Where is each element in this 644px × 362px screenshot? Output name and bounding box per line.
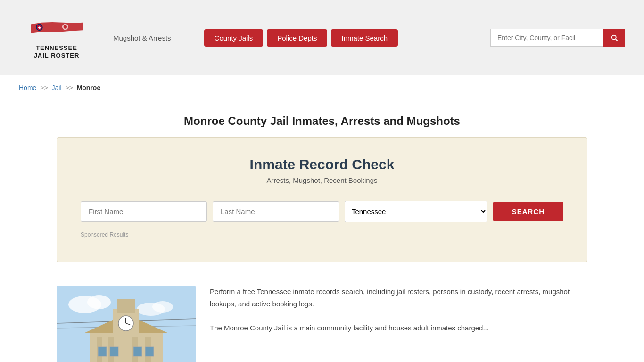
- header-search-button[interactable]: [603, 29, 625, 47]
- main-nav: County Jails Police Depts Inmate Search: [204, 29, 398, 47]
- svg-point-9: [152, 301, 173, 313]
- inmate-search-button[interactable]: Inmate Search: [331, 29, 398, 47]
- header: ★ TENNESSEE JAIL ROSTER Mugshot & Arrest…: [0, 0, 644, 75]
- header-search-area: [490, 29, 625, 47]
- county-jails-button[interactable]: County Jails: [204, 29, 264, 47]
- last-name-input[interactable]: [213, 201, 339, 222]
- breadcrumb-home[interactable]: Home: [19, 84, 36, 91]
- mugshot-arrests-link[interactable]: Mugshot & Arrests: [113, 34, 171, 42]
- record-search-button[interactable]: SEARCH: [493, 202, 563, 221]
- svg-point-4: [64, 25, 67, 28]
- record-check-section: Inmate Record Check Arrests, Mugshot, Re…: [57, 137, 587, 262]
- state-select[interactable]: AlabamaAlaskaArizonaArkansasCaliforniaCo…: [345, 201, 487, 222]
- content-text: Perform a free Tennessee inmate records …: [210, 286, 587, 362]
- content-section: Perform a free Tennessee inmate records …: [0, 276, 644, 362]
- logo-icon: ★: [26, 16, 87, 42]
- site-logo[interactable]: ★ TENNESSEE JAIL ROSTER: [19, 16, 94, 59]
- svg-rect-29: [145, 347, 154, 356]
- sponsored-label: Sponsored Results: [81, 231, 563, 238]
- header-search-input[interactable]: [490, 29, 603, 47]
- page-title: Monroe County Jail Inmates, Arrests and …: [0, 100, 644, 137]
- record-check-title: Inmate Record Check: [81, 156, 563, 173]
- content-paragraph-2: The Monroe County Jail is a main communi…: [210, 322, 587, 334]
- logo-text: TENNESSEE JAIL ROSTER: [34, 44, 80, 59]
- svg-point-7: [87, 295, 111, 309]
- police-depts-button[interactable]: Police Depts: [267, 29, 327, 47]
- svg-rect-27: [110, 347, 118, 356]
- jail-image: [57, 286, 196, 362]
- building-illustration: [57, 286, 196, 362]
- search-icon: [610, 33, 619, 42]
- record-check-subtitle: Arrests, Mugshot, Recent Bookings: [81, 176, 563, 184]
- breadcrumb-sep-1: >>: [40, 84, 48, 91]
- breadcrumb-current: Monroe: [77, 84, 101, 91]
- breadcrumb: Home >> Jail >> Monroe: [0, 75, 644, 100]
- first-name-input[interactable]: [81, 201, 207, 222]
- svg-rect-26: [98, 347, 107, 356]
- svg-rect-19: [117, 299, 135, 313]
- breadcrumb-sep-2: >>: [65, 84, 73, 91]
- svg-text:★: ★: [38, 25, 41, 30]
- record-search-row: AlabamaAlaskaArizonaArkansasCaliforniaCo…: [81, 201, 563, 222]
- svg-rect-28: [133, 347, 142, 356]
- content-paragraph-1: Perform a free Tennessee inmate records …: [210, 286, 587, 310]
- breadcrumb-jail[interactable]: Jail: [52, 84, 62, 91]
